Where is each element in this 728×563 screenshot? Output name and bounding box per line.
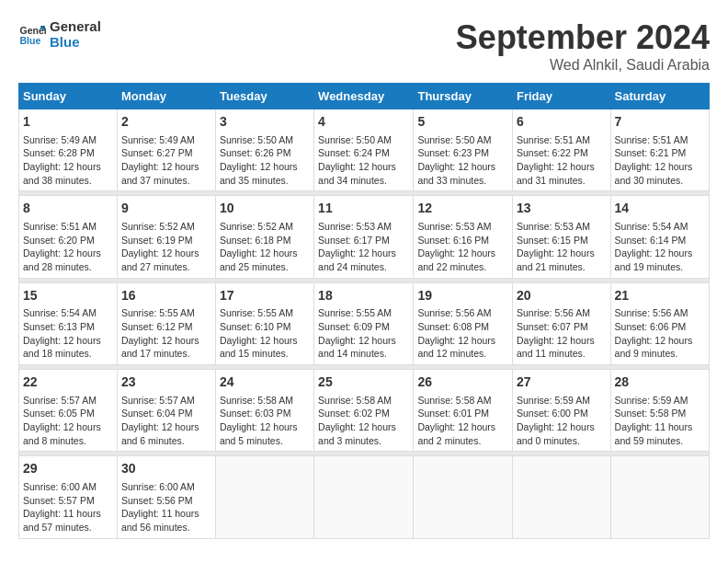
table-row: 16Sunrise: 5:55 AM Sunset: 6:12 PM Dayli… (117, 282, 215, 364)
table-row: 26Sunrise: 5:58 AM Sunset: 6:01 PM Dayli… (414, 370, 513, 452)
table-row: 3Sunrise: 5:50 AM Sunset: 6:26 PM Daylig… (215, 109, 313, 191)
table-row: 25Sunrise: 5:58 AM Sunset: 6:02 PM Dayli… (314, 370, 414, 452)
day-number: 16 (121, 287, 211, 305)
day-info: Sunrise: 5:55 AM Sunset: 6:10 PM Dayligh… (220, 306, 310, 361)
day-info: Sunrise: 5:51 AM Sunset: 6:20 PM Dayligh… (23, 220, 113, 274)
table-row: 19Sunrise: 5:56 AM Sunset: 6:08 PM Dayli… (414, 282, 513, 364)
day-number: 19 (417, 287, 508, 305)
table-row: 1Sunrise: 5:49 AM Sunset: 6:28 PM Daylig… (19, 109, 118, 191)
table-row: 17Sunrise: 5:55 AM Sunset: 6:10 PM Dayli… (215, 282, 313, 364)
day-info: Sunrise: 5:53 AM Sunset: 6:17 PM Dayligh… (318, 220, 409, 274)
day-number: 7 (615, 113, 705, 132)
calendar-header-row: Sunday Monday Tuesday Wednesday Thursday… (19, 84, 710, 109)
logo-text-general: General (50, 18, 101, 34)
day-number: 5 (417, 113, 508, 132)
day-number: 25 (318, 373, 409, 392)
table-row: 14Sunrise: 5:54 AM Sunset: 6:14 PM Dayli… (610, 196, 709, 278)
day-info: Sunrise: 5:54 AM Sunset: 6:14 PM Dayligh… (615, 220, 705, 274)
logo: General Blue General Blue (18, 18, 101, 50)
day-info: Sunrise: 5:53 AM Sunset: 6:16 PM Dayligh… (417, 220, 508, 274)
table-row (215, 456, 313, 538)
table-row: 13Sunrise: 5:53 AM Sunset: 6:15 PM Dayli… (513, 196, 611, 278)
svg-text:Blue: Blue (20, 35, 41, 46)
day-number: 26 (417, 373, 508, 392)
calendar-week-row: 29Sunrise: 6:00 AM Sunset: 5:57 PM Dayli… (19, 456, 710, 538)
header-wednesday: Wednesday (314, 84, 414, 109)
day-number: 21 (615, 287, 705, 305)
day-info: Sunrise: 5:55 AM Sunset: 6:09 PM Dayligh… (318, 306, 409, 361)
header-tuesday: Tuesday (215, 84, 313, 109)
table-row (513, 456, 611, 538)
day-number: 18 (318, 287, 409, 305)
day-number: 15 (23, 287, 113, 305)
day-number: 22 (23, 373, 113, 392)
month-title: September 2024 (456, 18, 710, 57)
day-info: Sunrise: 5:56 AM Sunset: 6:06 PM Dayligh… (615, 306, 705, 361)
day-number: 20 (517, 287, 607, 305)
day-number: 30 (121, 460, 211, 478)
table-row: 24Sunrise: 5:58 AM Sunset: 6:03 PM Dayli… (215, 370, 313, 452)
day-info: Sunrise: 6:00 AM Sunset: 5:56 PM Dayligh… (121, 480, 211, 534)
table-row: 15Sunrise: 5:54 AM Sunset: 6:13 PM Dayli… (19, 282, 118, 364)
day-number: 1 (23, 113, 113, 132)
day-number: 6 (517, 113, 607, 132)
day-number: 13 (517, 200, 607, 218)
table-row: 27Sunrise: 5:59 AM Sunset: 6:00 PM Dayli… (513, 370, 611, 452)
day-number: 14 (615, 200, 705, 218)
day-info: Sunrise: 5:57 AM Sunset: 6:05 PM Dayligh… (23, 394, 113, 448)
day-number: 29 (23, 460, 113, 478)
table-row (314, 456, 414, 538)
table-row: 7Sunrise: 5:51 AM Sunset: 6:21 PM Daylig… (610, 109, 709, 191)
table-row: 11Sunrise: 5:53 AM Sunset: 6:17 PM Dayli… (314, 196, 414, 278)
table-row: 4Sunrise: 5:50 AM Sunset: 6:24 PM Daylig… (314, 109, 414, 191)
table-row: 8Sunrise: 5:51 AM Sunset: 6:20 PM Daylig… (19, 196, 118, 278)
table-row: 20Sunrise: 5:56 AM Sunset: 6:07 PM Dayli… (513, 282, 611, 364)
day-number: 3 (220, 113, 310, 132)
day-info: Sunrise: 5:58 AM Sunset: 6:02 PM Dayligh… (318, 394, 409, 448)
day-number: 9 (121, 200, 211, 218)
day-info: Sunrise: 5:51 AM Sunset: 6:21 PM Dayligh… (615, 133, 705, 188)
table-row: 6Sunrise: 5:51 AM Sunset: 6:22 PM Daylig… (513, 109, 611, 191)
table-row: 9Sunrise: 5:52 AM Sunset: 6:19 PM Daylig… (117, 196, 215, 278)
day-info: Sunrise: 5:49 AM Sunset: 6:28 PM Dayligh… (23, 133, 113, 188)
table-row (610, 456, 709, 538)
day-info: Sunrise: 5:52 AM Sunset: 6:18 PM Dayligh… (220, 220, 310, 274)
day-number: 28 (615, 373, 705, 392)
table-row: 28Sunrise: 5:59 AM Sunset: 5:58 PM Dayli… (610, 370, 709, 452)
day-info: Sunrise: 5:56 AM Sunset: 6:07 PM Dayligh… (517, 306, 607, 361)
day-info: Sunrise: 5:59 AM Sunset: 5:58 PM Dayligh… (615, 394, 705, 448)
table-row: 21Sunrise: 5:56 AM Sunset: 6:06 PM Dayli… (610, 282, 709, 364)
day-number: 12 (417, 200, 508, 218)
calendar-week-row: 22Sunrise: 5:57 AM Sunset: 6:05 PM Dayli… (19, 370, 710, 452)
title-area: September 2024 Wed Alnkil, Saudi Arabia (456, 18, 710, 74)
day-info: Sunrise: 5:50 AM Sunset: 6:23 PM Dayligh… (417, 133, 508, 188)
day-info: Sunrise: 5:49 AM Sunset: 6:27 PM Dayligh… (121, 133, 211, 188)
header-monday: Monday (117, 84, 215, 109)
header-sunday: Sunday (19, 84, 118, 109)
day-number: 8 (23, 200, 113, 218)
day-info: Sunrise: 5:53 AM Sunset: 6:15 PM Dayligh… (517, 220, 607, 274)
day-info: Sunrise: 5:51 AM Sunset: 6:22 PM Dayligh… (517, 133, 607, 188)
table-row: 12Sunrise: 5:53 AM Sunset: 6:16 PM Dayli… (414, 196, 513, 278)
table-row: 5Sunrise: 5:50 AM Sunset: 6:23 PM Daylig… (414, 109, 513, 191)
table-row: 23Sunrise: 5:57 AM Sunset: 6:04 PM Dayli… (117, 370, 215, 452)
day-number: 24 (220, 373, 310, 392)
day-number: 11 (318, 200, 409, 218)
table-row: 18Sunrise: 5:55 AM Sunset: 6:09 PM Dayli… (314, 282, 414, 364)
day-info: Sunrise: 5:54 AM Sunset: 6:13 PM Dayligh… (23, 306, 113, 361)
day-info: Sunrise: 5:58 AM Sunset: 6:01 PM Dayligh… (417, 394, 508, 448)
day-number: 10 (220, 200, 310, 218)
day-info: Sunrise: 5:57 AM Sunset: 6:04 PM Dayligh… (121, 394, 211, 448)
calendar-table: Sunday Monday Tuesday Wednesday Thursday… (18, 83, 710, 539)
calendar-week-row: 1Sunrise: 5:49 AM Sunset: 6:28 PM Daylig… (19, 109, 710, 191)
day-info: Sunrise: 5:55 AM Sunset: 6:12 PM Dayligh… (121, 306, 211, 361)
day-info: Sunrise: 5:59 AM Sunset: 6:00 PM Dayligh… (517, 394, 607, 448)
header-saturday: Saturday (610, 84, 709, 109)
table-row: 29Sunrise: 6:00 AM Sunset: 5:57 PM Dayli… (19, 456, 118, 538)
day-number: 4 (318, 113, 409, 132)
day-number: 27 (517, 373, 607, 392)
page-header: General Blue General Blue September 2024… (18, 18, 710, 74)
table-row: 10Sunrise: 5:52 AM Sunset: 6:18 PM Dayli… (215, 196, 313, 278)
day-info: Sunrise: 5:50 AM Sunset: 6:24 PM Dayligh… (318, 133, 409, 188)
header-friday: Friday (513, 84, 611, 109)
